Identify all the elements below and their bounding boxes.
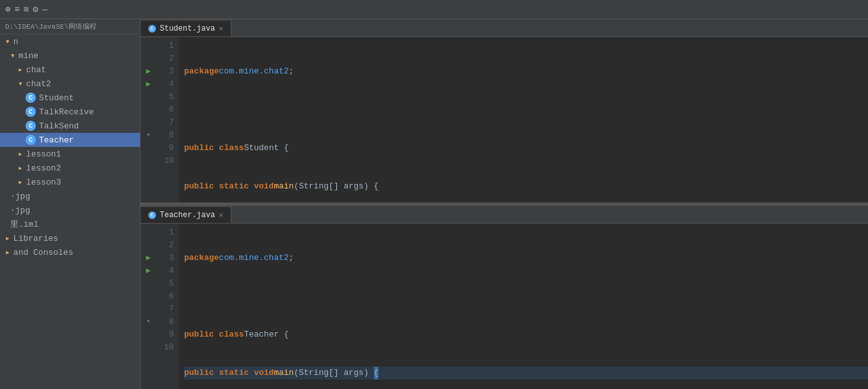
- line-num: 7: [156, 303, 179, 316]
- line-num: 3: [156, 252, 179, 264]
- code-line: public static void main(String[] args) {: [184, 180, 868, 193]
- sidebar-item-label: 里.iml: [10, 218, 38, 230]
- code-editor-2[interactable]: ▶ ▶ ▾ 1 2 3 4 5 6: [141, 224, 868, 389]
- sidebar-item-teacher[interactable]: C Teacher: [0, 133, 140, 147]
- folder-icon: ▸: [18, 177, 23, 187]
- sidebar-item-lesson3[interactable]: ▸ lesson3: [0, 175, 140, 189]
- sidebar-item-label: Teacher: [39, 135, 74, 145]
- gutter-run-4[interactable]: ▶: [141, 78, 156, 91]
- sidebar-item-label: lesson2: [26, 164, 61, 173]
- gutter-fold-8[interactable]: ▾: [141, 316, 156, 328]
- folder-icon: ▸: [5, 247, 10, 257]
- sidebar-item-student[interactable]: C Student: [0, 91, 140, 105]
- icon-list[interactable]: ≡: [14, 4, 19, 15]
- line-num: 6: [156, 103, 179, 116]
- sidebar-item-libraries[interactable]: ▸ Libraries: [0, 231, 140, 245]
- gutter-1: ▶ ▶ ▾: [141, 37, 156, 202]
- editor-area: C Student.java ✕ ▶ ▶ ▾: [141, 19, 868, 389]
- run-button[interactable]: ▶: [146, 78, 150, 91]
- sidebar-item-consoles[interactable]: ▸ and Consoles: [0, 245, 140, 259]
- gutter-run-3[interactable]: ▶: [141, 252, 156, 264]
- code-content-1[interactable]: package com.mine.chat2; public class Stu…: [179, 37, 868, 202]
- line-num: 8: [156, 316, 179, 328]
- title-bar-icons: ⊕ ≡ ≋ ⚙ —: [5, 4, 47, 15]
- line-num: 6: [156, 290, 179, 303]
- class-icon: C: [26, 93, 36, 103]
- sidebar-item-label: lesson3: [26, 178, 61, 187]
- tab-close-icon[interactable]: ✕: [219, 24, 223, 33]
- title-bar: ⊕ ≡ ≋ ⚙ —: [0, 0, 868, 19]
- sidebar-item-talkreceive[interactable]: C TalkReceive: [0, 105, 140, 119]
- main-layout: D:\IDEA\JavaSE\网络编程 ▾ n ▾ mine ▸ chat ▾ …: [0, 19, 868, 389]
- tab-bar-1: C Student.java ✕: [141, 19, 868, 37]
- folder-icon: ▸: [5, 233, 10, 243]
- icon-target[interactable]: ⊕: [5, 4, 10, 15]
- class-icon: C: [26, 135, 36, 145]
- gutter-cell: [141, 40, 156, 52]
- tab-student[interactable]: C Student.java ✕: [141, 20, 231, 36]
- sidebar-item-label: ·jpg: [10, 192, 30, 201]
- code-editor-1[interactable]: ▶ ▶ ▾ 1 2 3 4 5 6: [141, 37, 868, 202]
- icon-minimize[interactable]: —: [42, 4, 47, 15]
- gutter-cell: [141, 239, 156, 252]
- fold-button[interactable]: ▾: [146, 316, 150, 328]
- class-icon: C: [26, 121, 36, 131]
- line-num: 3: [156, 65, 179, 78]
- sidebar-item-jpg1[interactable]: ·jpg: [0, 189, 140, 203]
- gutter-fold-8[interactable]: ▾: [141, 129, 156, 142]
- folder-icon: ▸: [18, 65, 23, 75]
- icon-split[interactable]: ≋: [24, 4, 29, 15]
- line-num: 1: [156, 226, 179, 239]
- gutter-cell: [141, 155, 156, 167]
- sidebar-item-chat[interactable]: ▸ chat: [0, 63, 140, 77]
- tab-class-icon: C: [148, 211, 156, 219]
- line-num: 2: [156, 239, 179, 252]
- line-num: 8: [156, 129, 179, 142]
- line-num: 9: [156, 328, 179, 341]
- line-num: 2: [156, 52, 179, 65]
- fold-button[interactable]: ▾: [146, 129, 150, 142]
- breadcrumb: D:\IDEA\JavaSE\网络编程: [0, 19, 140, 34]
- run-button[interactable]: ▶: [146, 264, 150, 277]
- tab-bar-2: C Teacher.java ✕: [141, 206, 868, 224]
- run-button[interactable]: ▶: [146, 65, 150, 78]
- code-line: package com.mine.chat2;: [184, 252, 868, 264]
- sidebar-item-label: chat: [26, 65, 46, 75]
- gutter-run-3[interactable]: ▶: [141, 65, 156, 78]
- tab-close-icon[interactable]: ✕: [219, 211, 223, 219]
- tab-label: Student.java: [160, 24, 215, 33]
- gutter-cell: [141, 116, 156, 129]
- line-num: 7: [156, 116, 179, 129]
- editor-pane-2: C Teacher.java ✕ ▶ ▶ ▾: [141, 206, 868, 389]
- line-num: 1: [156, 40, 179, 52]
- code-line: public static void main(String[] args) {: [184, 367, 868, 379]
- code-content-2[interactable]: package com.mine.chat2; public class Tea…: [179, 224, 868, 389]
- sidebar-item-label: chat2: [26, 79, 51, 89]
- sidebar-item-iml[interactable]: 里.iml: [0, 217, 140, 231]
- sidebar: D:\IDEA\JavaSE\网络编程 ▾ n ▾ mine ▸ chat ▾ …: [0, 19, 141, 389]
- code-line: [184, 103, 868, 116]
- sidebar-item-label: and Consoles: [13, 248, 74, 257]
- icon-gear[interactable]: ⚙: [33, 4, 38, 15]
- sidebar-item-jpg2[interactable]: ·jpg: [0, 203, 140, 217]
- sidebar-item-lesson1[interactable]: ▸ lesson1: [0, 147, 140, 161]
- code-line: public class Student {: [184, 142, 868, 155]
- line-num: 4: [156, 78, 179, 91]
- code-line: public class Teacher {: [184, 328, 868, 341]
- tab-class-icon: C: [148, 25, 156, 33]
- sidebar-item-chat2[interactable]: ▾ chat2: [0, 77, 140, 91]
- sidebar-item-mine[interactable]: ▾ mine: [0, 49, 140, 63]
- gutter-run-4[interactable]: ▶: [141, 264, 156, 277]
- sidebar-item-n[interactable]: ▾ n: [0, 34, 140, 49]
- sidebar-item-label: Libraries: [13, 234, 58, 243]
- gutter-cell: [141, 226, 156, 239]
- gutter-cell: [141, 277, 156, 290]
- class-icon: C: [26, 107, 36, 117]
- run-button[interactable]: ▶: [146, 252, 150, 264]
- line-num: 10: [156, 341, 179, 354]
- line-num: 5: [156, 91, 179, 103]
- folder-icon: ▸: [18, 163, 23, 173]
- sidebar-item-talksend[interactable]: C TalkSend: [0, 119, 140, 133]
- sidebar-item-lesson2[interactable]: ▸ lesson2: [0, 161, 140, 175]
- tab-teacher[interactable]: C Teacher.java ✕: [141, 206, 231, 223]
